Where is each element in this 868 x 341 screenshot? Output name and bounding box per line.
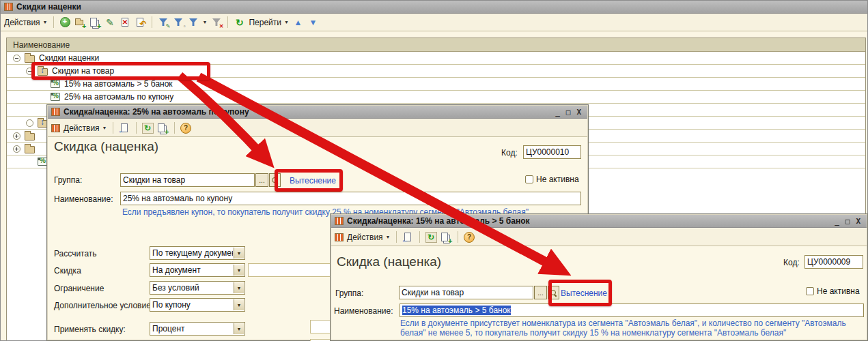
- edit-icon[interactable]: [104, 17, 116, 28]
- copy-icon[interactable]: +: [89, 17, 101, 28]
- group-select-button[interactable]: ...: [534, 286, 547, 299]
- move-down-icon[interactable]: [307, 17, 319, 28]
- discount-label: Скидка: [54, 266, 81, 276]
- calculate-select[interactable]: По текущему документу▼: [150, 246, 245, 260]
- discount-item-icon: [51, 80, 60, 88]
- selected-text: 15% на автоэмаль > 5 банок: [402, 306, 511, 315]
- form-heading: Скидка (наценка): [54, 139, 158, 154]
- chevron-down-icon: ▼: [284, 20, 289, 25]
- write-icon[interactable]: [402, 232, 414, 243]
- 1c-form-icon: [335, 233, 344, 241]
- code-field[interactable]: ЦУ0000010: [523, 145, 581, 159]
- chevron-down-icon[interactable]: ▼: [234, 282, 244, 293]
- write-icon[interactable]: [119, 123, 130, 134]
- close-button[interactable]: X: [856, 217, 860, 226]
- calculate-select-value: По текущему документу: [152, 248, 233, 258]
- add-group-icon[interactable]: +: [74, 17, 86, 28]
- actions-menu-label: Действия: [64, 123, 100, 133]
- deletion-mark-icon[interactable]: [135, 17, 146, 28]
- minimize-button[interactable]: _: [555, 108, 560, 117]
- chevron-down-icon: ▼: [102, 125, 107, 130]
- name-field[interactable]: 25% на автоэмаль по купону: [120, 192, 581, 205]
- toolbar-separator: [458, 231, 458, 243]
- apply-discount-select[interactable]: Процент▼: [150, 322, 245, 336]
- tree-column-header-label: Наименование: [13, 40, 70, 50]
- group-label: Группа:: [54, 175, 82, 185]
- extra-condition-select-value: По купону: [152, 300, 233, 310]
- reread-icon[interactable]: [425, 232, 437, 243]
- inactive-checkbox[interactable]: Не активна: [806, 286, 860, 296]
- restriction-select-value: Без условий: [152, 283, 233, 293]
- chevron-down-icon[interactable]: ▼: [234, 265, 244, 276]
- group-label: Группа:: [335, 288, 363, 298]
- main-toolbar: Действия ▼ + + ✎ ▫ ▼ ✕ Перейти ▼: [1, 14, 867, 31]
- filter-setup-icon[interactable]: ✎: [158, 17, 169, 28]
- move-up-icon[interactable]: [292, 17, 304, 28]
- maximize-button[interactable]: □: [566, 108, 571, 117]
- collapse-icon[interactable]: [13, 55, 20, 62]
- close-button[interactable]: X: [576, 108, 581, 117]
- code-field[interactable]: ЦУ0000009: [804, 255, 863, 269]
- dialog-15-title: Скидка/наценка: 15% на автоэмаль > 5 бан…: [347, 216, 530, 226]
- refresh-icon[interactable]: [234, 17, 245, 28]
- extra-condition-select[interactable]: По купону▼: [150, 298, 245, 312]
- tree-column-header[interactable]: Наименование: [7, 38, 865, 52]
- toolbar-separator: [174, 122, 175, 134]
- apply-discount-label: Применять скидку:: [54, 325, 126, 334]
- maximize-button[interactable]: □: [845, 217, 850, 226]
- delete-icon[interactable]: [120, 17, 131, 28]
- group-select-button[interactable]: ...: [255, 173, 268, 187]
- expand-icon[interactable]: [13, 132, 20, 140]
- checkbox-icon: [525, 175, 533, 183]
- dialog-15-toolbar: Действия ▼ +: [331, 228, 867, 246]
- minimize-button[interactable]: _: [835, 217, 839, 226]
- group-field[interactable]: Скидки на товар: [120, 173, 255, 187]
- toolbar-separator: [152, 16, 152, 28]
- name-field[interactable]: 15% на автоэмаль > 5 банок: [400, 303, 864, 317]
- main-window-title: Скидки наценки: [16, 2, 81, 12]
- code-label: Код:: [783, 258, 800, 267]
- copy-new-icon[interactable]: +: [157, 123, 169, 134]
- restriction-select[interactable]: Без условий▼: [150, 281, 245, 295]
- discount-item-icon: [51, 93, 60, 101]
- dialog-discount-15: Скидка/наценка: 15% на автоэмаль > 5 бан…: [330, 213, 868, 341]
- dialog-25-titlebar: Скидка/наценка: 25% на автоэмаль по купо…: [48, 106, 587, 119]
- chevron-down-icon[interactable]: ▼: [203, 20, 208, 25]
- tree-row-label: Скидки наценки: [39, 53, 99, 63]
- copy-new-icon[interactable]: +: [440, 232, 452, 243]
- chevron-down-icon[interactable]: ▼: [234, 323, 244, 334]
- help-icon[interactable]: [464, 232, 475, 243]
- inactive-checkbox[interactable]: Не активна: [525, 175, 579, 184]
- filter-value-icon[interactable]: ▫: [173, 17, 184, 28]
- tree-row[interactable]: 25% на автоэмаль по купону: [7, 91, 865, 104]
- chevron-down-icon[interactable]: ▼: [234, 299, 244, 310]
- help-icon[interactable]: [180, 123, 192, 134]
- 1c-list-icon: [4, 3, 13, 11]
- add-icon[interactable]: [59, 17, 71, 28]
- reread-icon[interactable]: [142, 123, 154, 134]
- toolbar-separator: [227, 16, 228, 28]
- annotation-rect-link-15: [548, 280, 612, 306]
- actions-menu-button[interactable]: Действия ▼: [347, 233, 391, 242]
- calculate-label: Рассчитать: [54, 249, 97, 258]
- screenshot-stage: Скидки наценки Действия ▼ + + ✎ ▫ ▼ ✕ Пе…: [0, 0, 868, 341]
- 1c-form-icon: [51, 124, 60, 132]
- discount-select[interactable]: На документ▼: [150, 263, 245, 277]
- form-heading: Скидка (наценка): [337, 254, 441, 269]
- group-field[interactable]: Скидки на товар: [399, 286, 533, 299]
- circle-marker-icon[interactable]: [26, 119, 33, 127]
- group-folder-icon: [25, 146, 35, 153]
- expand-icon[interactable]: [13, 145, 20, 153]
- annotation-rect-tree-group: [31, 62, 210, 80]
- chevron-down-icon: ▼: [43, 20, 48, 25]
- toolbar-separator: [113, 122, 113, 134]
- actions-menu-button[interactable]: Действия ▼: [64, 123, 107, 133]
- filter-menu-icon[interactable]: [188, 17, 199, 28]
- chevron-down-icon[interactable]: ▼: [234, 248, 244, 258]
- actions-menu-button[interactable]: Действия ▼: [4, 18, 48, 27]
- goto-menu-button[interactable]: Перейти ▼: [249, 18, 289, 27]
- dialog-15-titlebar: Скидка/наценка: 15% на автоэмаль > 5 бан…: [331, 215, 867, 228]
- clear-filter-icon[interactable]: ✕: [210, 17, 222, 28]
- window-buttons: _ □ X: [555, 108, 584, 117]
- 1c-form-icon: [335, 217, 344, 225]
